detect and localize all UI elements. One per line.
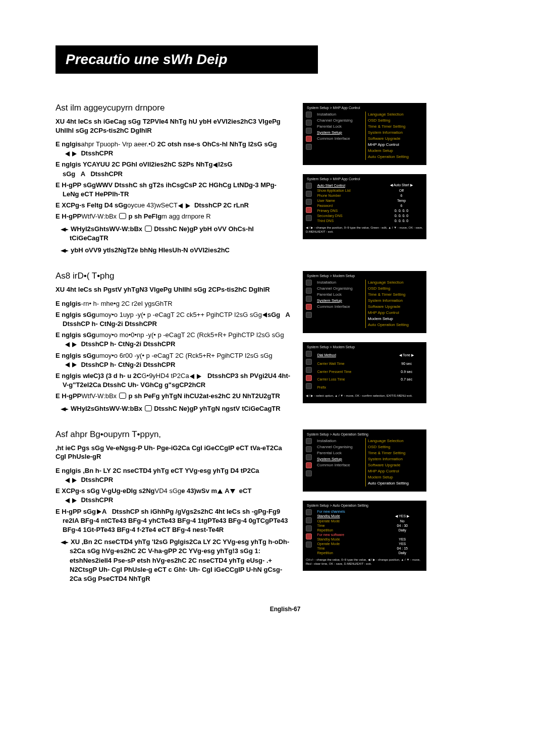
right-arrow-icon xyxy=(72,478,77,483)
step: E XCPg-s sGg V-gUg-eDIg s2NgVD4 sGge 43)… xyxy=(56,487,294,505)
button-icon xyxy=(119,213,126,219)
breadcrumb: System Setup > Modem Setup xyxy=(306,274,423,278)
step: E nglgis-rn• h- mhe•g 2C r2eI ygsGhTR xyxy=(56,299,294,308)
note: XU ,Bn 2C nseCTD4 yhTg 'I2sG PgIgis2Ca L… xyxy=(56,537,294,583)
right-arrow-icon xyxy=(72,151,77,156)
right-arrow-icon xyxy=(186,203,190,208)
main-menu-list: InstallationChannel OrganisingParental L… xyxy=(317,438,362,487)
section3-heading: Asf ahpr Bg•oupyrn T•ppyn, xyxy=(56,429,294,440)
breadcrumb: System Setup > Modem Setup xyxy=(306,345,423,349)
settings-table: Auto Start Control◀ Auto Start ▶ Show Ap… xyxy=(316,183,423,223)
left-arrow-icon xyxy=(65,362,70,367)
note-arrow-icon xyxy=(61,540,69,545)
play-icon xyxy=(97,509,101,514)
sub-menu-list: Language SelectionOSD SettingTime & Time… xyxy=(365,280,409,328)
step: E nglgis sGgumoy•o 6r00 -y(• p -eCagT 2C… xyxy=(56,351,294,369)
left-arrow-icon xyxy=(178,203,183,208)
step: E nglgis YCAYUU 2C PGhl oVlI2ies2hC S2Ps… xyxy=(56,160,294,178)
hint-text: ◀ / ▶ - select option, ▲ / ▼ - move, OK … xyxy=(306,394,423,398)
right-arrow-icon xyxy=(72,362,77,367)
screenshot-auto-operation: System Setup > Auto Operation Setting Fo… xyxy=(303,501,426,571)
section1-heading: Ast ilm aggeycupyrn drnpore xyxy=(56,103,294,113)
button-icon xyxy=(145,405,152,411)
left-arrow-icon xyxy=(213,163,217,168)
screenshot-setup-menu: System Setup > MHP App Control Installat… xyxy=(303,103,426,165)
button-icon xyxy=(119,393,126,399)
step: E XCPg-s Feltg D4 sGgoycue 43)wSeCT Dtss… xyxy=(56,201,294,210)
note-arrow-icon xyxy=(61,407,69,412)
settings-table: Dial Method◀ Tone ▶ Carrier Wait Time90 … xyxy=(316,351,423,391)
left-arrow-icon xyxy=(190,374,194,379)
step: E nglgis sGgumoy•o 1uyp -y(• p -eCagT 2C… xyxy=(56,310,294,329)
settings-table: For new channels Standby Mode◀ YES ▶ Ope… xyxy=(316,509,423,555)
section2-heading: As8 irD•( T•phg xyxy=(56,271,294,281)
main-menu-list: InstallationChannel OrganisingParental L… xyxy=(317,280,362,328)
breadcrumb: System Setup > Auto Operation Setting xyxy=(306,433,423,436)
note: WHyI2sGhtsWV-W:bBx DtsshC Ne)gP yhTgN ng… xyxy=(56,404,294,413)
left-arrow-icon xyxy=(65,478,70,483)
left-arrow-icon xyxy=(65,151,70,156)
step: E H-gPPWtfV-W:bBx p sh PeFg yhTgN ihCU2a… xyxy=(56,392,294,401)
sub-menu-list: Language SelectionOSD SettingTime & Time… xyxy=(365,438,409,487)
step: E nglgis ,Bn h- LY 2C nseCTD4 yhTg eCT Y… xyxy=(56,466,294,484)
hint-text: ◀ / ▶ - change the position, 0~9 type th… xyxy=(306,226,423,234)
step: E nglgis sGgumoy•o mo•0•np -y(• p -eCagT… xyxy=(56,331,294,349)
note-arrow-icon xyxy=(61,227,69,232)
left-arrow-icon xyxy=(65,342,70,347)
section3-intro: ,ht ieC Pgs sGg Ve-eNgsg-P Uh- Pge-iG2Ca… xyxy=(56,444,294,461)
step: E H-gPP sGgWWV DtsshC sh gT2s ihCsgCsP 2… xyxy=(56,181,294,199)
section1-intro: XU 4ht IeCs sh iGeCag sGg T2PVIe4 NhTg h… xyxy=(56,117,294,135)
screenshot-mhp-control: System Setup > MHP App Control Auto Star… xyxy=(303,174,426,239)
breadcrumb: System Setup > MHP App Control xyxy=(306,106,423,110)
right-arrow-icon xyxy=(197,374,201,379)
screenshot-setup-menu: System Setup > Auto Operation Setting In… xyxy=(303,429,426,492)
breadcrumb: System Setup > MHP App Control xyxy=(306,177,423,181)
section-auto-operation: Asf ahpr Bg•oupyrn T•ppyn, ,ht ieC Pgs s… xyxy=(56,429,515,585)
button-icon xyxy=(145,226,152,232)
main-menu-list: InstallationChannel OrganisingParental L… xyxy=(317,112,362,160)
left-arrow-icon xyxy=(262,312,267,317)
down-arrow-icon xyxy=(230,489,235,494)
hint-text: CH+/- - change the value, 0~9 type the v… xyxy=(306,558,423,566)
up-arrow-icon xyxy=(217,489,223,494)
right-arrow-icon xyxy=(72,498,77,503)
note: WHyI2sGhtsWV-W:bBx DtsshC Ne)gP ybH oVV … xyxy=(56,225,294,243)
step: E H-gPPWtfV-W:bBx p sh PeFlgm agg drnpor… xyxy=(56,212,294,221)
step: E nglgis wIeC)3 (3 d h- u 2CG•9yHD4 tP2C… xyxy=(56,371,294,390)
page-title: Precautio une sWh Deip xyxy=(66,51,308,68)
note: ybH oVV9 ytIs2NgT2e bhNg HIesUh-N oVVI2i… xyxy=(56,246,294,255)
section-modem-setup: As8 irD•( T•phg XU 4ht IeCs sh PgstV yhT… xyxy=(56,271,515,415)
right-arrow-icon xyxy=(72,342,77,347)
sub-menu-list: Language SelectionOSD SettingTime & Time… xyxy=(365,112,409,160)
note-arrow-icon xyxy=(61,248,69,253)
screenshot-modem-setup: System Setup > Modem Setup Dial Method◀ … xyxy=(303,342,426,403)
screenshot-setup-menu: System Setup > Modem Setup InstallationC… xyxy=(303,271,426,333)
section-mhp-app-control: Ast ilm aggeycupyrn drnpore XU 4ht IeCs … xyxy=(56,103,515,257)
step: E H-gPP sGgA DtsshCP sh iGhhPg /gVgs2s2h… xyxy=(56,507,294,535)
page-number: English-67 xyxy=(56,606,515,613)
section2-intro: XU 4ht IeCs sh PgstV yhTgN3 VIgePg UhlIh… xyxy=(56,285,294,294)
breadcrumb: System Setup > Auto Operation Setting xyxy=(306,504,423,507)
page-title-box: Precautio une sWh Deip xyxy=(56,45,318,74)
left-arrow-icon xyxy=(65,498,70,503)
step: E nglgisahpr Tpuoph- Vrp aeer.•D 2C otsh… xyxy=(56,140,294,158)
